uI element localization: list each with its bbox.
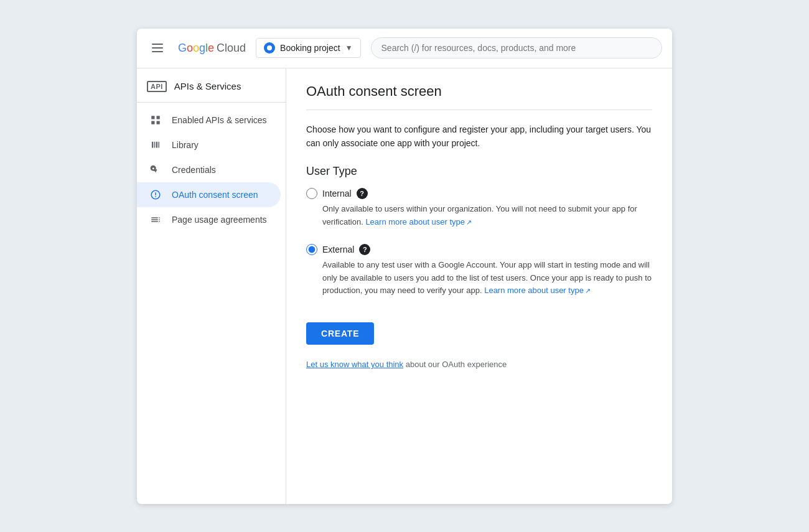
google-cloud-logo: Google Cloud bbox=[178, 42, 246, 55]
sidebar-item-enabled-apis[interactable]: Enabled APIs & services bbox=[137, 108, 281, 133]
external-label: External bbox=[322, 245, 354, 254]
internal-learn-more-link[interactable]: Learn more about user type↗ bbox=[365, 217, 472, 226]
sidebar-item-oauth-consent[interactable]: OAuth consent screen bbox=[137, 182, 281, 207]
sidebar-nav: Enabled APIs & services Library bbox=[137, 103, 286, 237]
sidebar-item-label: Page usage agreements bbox=[172, 215, 267, 225]
project-dot-icon bbox=[264, 42, 275, 54]
external-description: Available to any test user with a Google… bbox=[322, 259, 652, 297]
internal-radio-input[interactable] bbox=[306, 188, 317, 199]
internal-help-icon[interactable]: ? bbox=[357, 188, 368, 199]
radio-option-external: External ? Available to any test user wi… bbox=[306, 244, 652, 307]
project-name: Booking project bbox=[280, 43, 340, 53]
menu-icon[interactable] bbox=[147, 39, 168, 57]
sidebar-item-credentials[interactable]: Credentials bbox=[137, 157, 281, 182]
feedback-link[interactable]: Let us know what you think bbox=[306, 360, 403, 369]
external-radio-label[interactable]: External ? bbox=[306, 244, 652, 255]
sidebar-title: APIs & Services bbox=[174, 81, 241, 91]
sidebar-item-label: Library bbox=[172, 140, 199, 150]
sidebar: API APIs & Services Enabled APIs & servi… bbox=[137, 68, 286, 504]
search-input[interactable] bbox=[371, 37, 662, 58]
external-help-icon[interactable]: ? bbox=[359, 244, 370, 255]
feedback-text: Let us know what you think about our OAu… bbox=[306, 360, 652, 369]
radio-group-user-type: Internal ? Only available to users withi… bbox=[306, 188, 652, 312]
external-link-icon: ↗ bbox=[585, 287, 591, 294]
sidebar-item-label: OAuth consent screen bbox=[172, 190, 258, 200]
sidebar-item-page-usage[interactable]: Page usage agreements bbox=[137, 207, 281, 232]
internal-description: Only available to users within your orga… bbox=[322, 203, 652, 229]
external-link-icon: ↗ bbox=[466, 218, 472, 226]
external-radio-input[interactable] bbox=[306, 244, 317, 255]
topbar: Google Cloud Booking project ▼ bbox=[137, 29, 672, 68]
sidebar-item-label: Enabled APIs & services bbox=[172, 115, 267, 125]
api-badge: API bbox=[147, 81, 167, 92]
library-icon bbox=[149, 139, 162, 151]
sidebar-item-label: Credentials bbox=[172, 165, 216, 175]
list-icon bbox=[149, 213, 162, 226]
grid-icon bbox=[149, 114, 162, 126]
create-button[interactable]: CREATE bbox=[306, 322, 374, 345]
description-text: Choose how you want to configure and reg… bbox=[306, 123, 652, 151]
internal-radio-label[interactable]: Internal ? bbox=[306, 188, 652, 199]
key-icon bbox=[149, 164, 162, 176]
sidebar-header: API APIs & Services bbox=[137, 68, 286, 103]
oauth-icon bbox=[149, 189, 162, 201]
content-area: OAuth consent screen Choose how you want… bbox=[286, 68, 672, 504]
project-selector[interactable]: Booking project ▼ bbox=[256, 38, 360, 58]
page-title: OAuth consent screen bbox=[306, 83, 652, 110]
sidebar-item-library[interactable]: Library bbox=[137, 133, 281, 157]
user-type-section-title: User Type bbox=[306, 165, 652, 178]
chevron-down-icon: ▼ bbox=[345, 44, 353, 52]
main-layout: API APIs & Services Enabled APIs & servi… bbox=[137, 68, 672, 504]
internal-label: Internal bbox=[322, 189, 352, 198]
radio-option-internal: Internal ? Only available to users withi… bbox=[306, 188, 652, 239]
external-learn-more-link[interactable]: Learn more about user type↗ bbox=[484, 286, 591, 295]
